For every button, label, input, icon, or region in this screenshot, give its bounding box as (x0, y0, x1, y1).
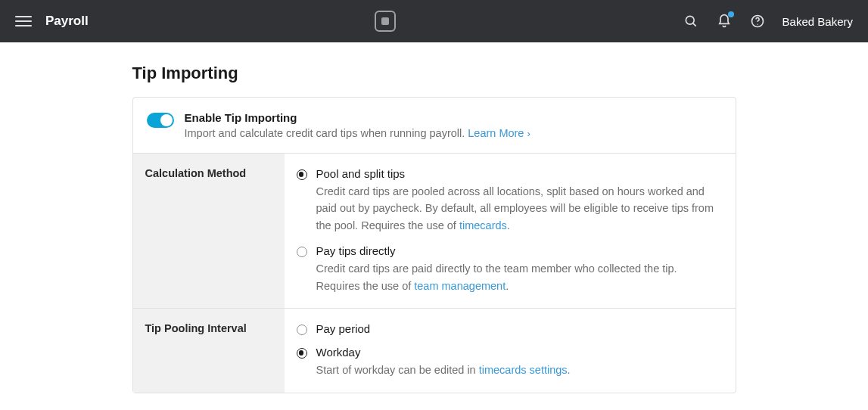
topbar-left: Payroll (15, 13, 89, 30)
menu-icon[interactable] (15, 13, 32, 30)
svg-line-1 (693, 23, 696, 26)
option-title: Pay period (316, 322, 371, 335)
option-desc: Credit card tips are paid directly to th… (316, 260, 723, 294)
option-pay-period[interactable]: Pay period (297, 322, 723, 335)
option-desc: Credit card tips are pooled across all l… (316, 183, 723, 234)
svg-point-0 (686, 16, 694, 24)
content: Tip Importing Enable Tip Importing Impor… (0, 42, 868, 393)
svg-point-3 (757, 24, 758, 25)
option-title: Pay tips directly (316, 244, 723, 257)
timecards-link[interactable]: timecards (459, 219, 507, 231)
enable-desc: Import and calculate credit card tips wh… (185, 127, 530, 139)
page-title: Tip Importing (132, 64, 736, 83)
tip-pooling-interval-section: Tip Pooling Interval Pay period Workday (133, 309, 736, 392)
section-label: Calculation Method (133, 154, 285, 308)
search-icon[interactable] (683, 13, 699, 30)
option-pool-split[interactable]: Pool and split tips Credit card tips are… (297, 167, 723, 234)
section-label: Tip Pooling Interval (133, 309, 285, 392)
option-desc: Start of workday can be edited in timeca… (316, 362, 571, 378)
topbar-right: Baked Bakery (683, 13, 853, 30)
team-management-link[interactable]: team management (414, 280, 506, 292)
topbar-center (89, 11, 683, 32)
enable-row: Enable Tip Importing Import and calculat… (133, 98, 736, 154)
notifications-icon[interactable] (716, 13, 733, 30)
radio-pay-period[interactable] (297, 325, 307, 335)
enable-title: Enable Tip Importing (185, 111, 530, 124)
radio-pay-directly[interactable] (297, 247, 307, 257)
option-title: Workday (316, 346, 571, 359)
option-pay-directly[interactable]: Pay tips directly Credit card tips are p… (297, 244, 723, 294)
business-name[interactable]: Baked Bakery (782, 15, 853, 28)
notification-dot (728, 11, 734, 17)
radio-pool-split[interactable] (297, 169, 307, 180)
square-logo-icon[interactable] (375, 11, 396, 32)
enable-desc-text: Import and calculate credit card tips wh… (185, 127, 468, 139)
radio-workday[interactable] (297, 348, 307, 359)
top-bar: Payroll Baked Bakery (0, 0, 868, 42)
option-workday[interactable]: Workday Start of workday can be edited i… (297, 346, 723, 378)
timecards-settings-link[interactable]: timecards settings (479, 364, 568, 376)
calculation-method-section: Calculation Method Pool and split tips C… (133, 154, 736, 309)
enable-tip-importing-toggle[interactable] (147, 113, 174, 128)
learn-more-link[interactable]: Learn More › (468, 127, 530, 139)
option-title: Pool and split tips (316, 167, 723, 180)
chevron-right-icon: › (527, 128, 530, 139)
settings-card: Enable Tip Importing Import and calculat… (132, 97, 736, 393)
help-icon[interactable] (749, 13, 766, 30)
app-title: Payroll (45, 14, 89, 29)
